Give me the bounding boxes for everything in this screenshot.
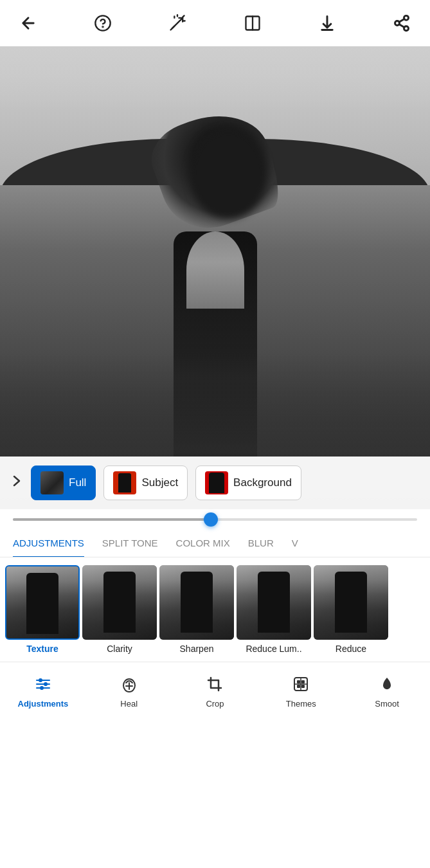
crop-icon <box>206 673 224 695</box>
smooth-icon <box>378 673 396 695</box>
preset-clarity[interactable]: Clarity <box>82 565 157 654</box>
svg-rect-27 <box>297 685 300 688</box>
nav-crop[interactable]: Crop <box>172 662 258 719</box>
svg-point-1 <box>103 26 103 27</box>
tab-color-mix[interactable]: COLOR MIX <box>176 530 230 557</box>
magic-wand-button[interactable] <box>165 10 190 36</box>
preset-reduce-lum[interactable]: Reduce Lum.. <box>237 565 311 654</box>
svg-point-20 <box>40 686 44 690</box>
preset-texture-label: Texture <box>26 644 58 654</box>
nav-adjustments[interactable]: Adjustments <box>0 662 86 719</box>
nav-heal[interactable]: Heal <box>86 662 172 719</box>
preset-sharpen-thumb <box>159 565 234 640</box>
hair-swoosh <box>151 116 280 231</box>
nav-heal-label: Heal <box>120 699 138 709</box>
svg-rect-25 <box>297 680 300 683</box>
adjustments-icon <box>34 673 52 695</box>
preset-sharpen-label: Sharpen <box>180 644 214 654</box>
tab-split-tone[interactable]: SPLIT TONE <box>102 530 158 557</box>
bottom-nav: Adjustments Heal Crop <box>0 662 430 719</box>
tab-adjustments[interactable]: ADJUSTMENTS <box>13 530 84 557</box>
preset-reduce-lum-thumb <box>237 565 311 640</box>
mask-arrow-button[interactable] <box>10 475 23 491</box>
share-button[interactable] <box>389 10 415 36</box>
nav-smooth-label: Smoot <box>375 699 399 709</box>
svg-line-7 <box>183 15 184 17</box>
tab-vignette[interactable]: V <box>292 530 298 557</box>
preset-reduce-label: Reduce <box>336 644 366 654</box>
slider-thumb[interactable] <box>204 512 218 527</box>
preset-texture[interactable]: Texture <box>5 565 80 654</box>
nav-smooth[interactable]: Smoot <box>344 662 430 719</box>
svg-line-14 <box>399 19 404 23</box>
presets-row: Texture Clarity Sharpen Reduce Lum.. Red… <box>0 557 430 662</box>
preset-sharpen[interactable]: Sharpen <box>159 565 234 654</box>
mask-background-button[interactable]: Background <box>195 466 301 500</box>
preset-reduce[interactable]: Reduce <box>314 565 388 654</box>
slider-track[interactable] <box>13 518 417 521</box>
photo-canvas: Full Subject Background <box>0 46 430 509</box>
preset-reduce-thumb <box>314 565 388 640</box>
slider-fill <box>13 518 211 521</box>
mask-subject-label: Subject <box>141 476 178 489</box>
svg-point-18 <box>44 682 48 686</box>
mask-background-thumb <box>205 471 228 494</box>
nav-crop-label: Crop <box>206 699 224 709</box>
preset-texture-thumb <box>5 565 80 640</box>
top-toolbar <box>0 0 430 46</box>
help-button[interactable] <box>90 10 116 36</box>
tabs-row: ADJUSTMENTS SPLIT TONE COLOR MIX BLUR V <box>0 530 430 557</box>
mask-full-thumb <box>40 471 64 494</box>
svg-rect-28 <box>301 685 305 688</box>
nav-themes[interactable]: Themes <box>258 662 344 719</box>
tab-blur[interactable]: BLUR <box>248 530 274 557</box>
svg-point-16 <box>39 678 42 682</box>
mask-full-button[interactable]: Full <box>31 466 96 500</box>
mask-subject-button[interactable]: Subject <box>103 466 188 500</box>
sky-overlay <box>0 46 430 111</box>
download-button[interactable] <box>314 10 340 36</box>
svg-line-13 <box>399 24 404 28</box>
mask-subject-thumb <box>113 471 136 494</box>
mask-full-label: Full <box>69 476 86 489</box>
nav-adjustments-label: Adjustments <box>18 699 69 709</box>
preset-reduce-lum-label: Reduce Lum.. <box>246 644 301 654</box>
slider-row <box>0 509 430 530</box>
compare-button[interactable] <box>240 10 265 36</box>
svg-line-3 <box>171 26 175 30</box>
themes-icon <box>292 673 310 695</box>
back-button[interactable] <box>15 10 41 36</box>
preset-clarity-thumb <box>82 565 157 640</box>
heal-icon <box>120 673 138 695</box>
mask-bar: Full Subject Background <box>0 457 430 509</box>
nav-themes-label: Themes <box>286 699 316 709</box>
preset-clarity-label: Clarity <box>107 644 132 654</box>
mask-background-label: Background <box>233 476 292 489</box>
svg-rect-26 <box>301 680 305 683</box>
